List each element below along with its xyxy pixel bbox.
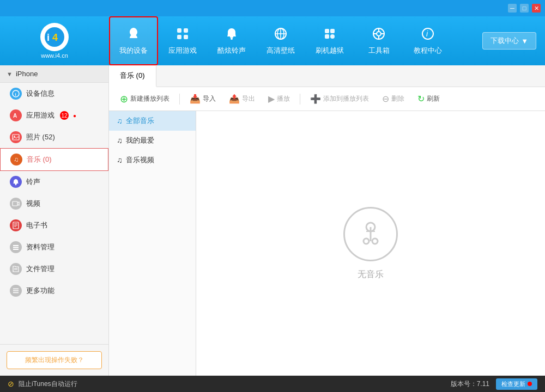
export-button[interactable]: 📤 导出 [225, 91, 259, 106]
troubleshoot-button[interactable]: 频繁出现操作失败？ [7, 351, 102, 369]
sidebar-label-videos: 视频 [26, 199, 40, 209]
nav-tab-my-device[interactable]: 我的设备 [109, 16, 158, 65]
sidebar-label-ebooks: 电子书 [26, 220, 47, 230]
sidebar-item-photos[interactable]: 照片 (52) [0, 126, 108, 148]
sidebar-item-device-info[interactable]: i 设备信息 [0, 83, 108, 105]
import-icon: 📥 [190, 94, 201, 104]
favorites-icon: ♫ [117, 136, 123, 145]
svg-text:i: i [15, 92, 16, 97]
sidebar-item-apps[interactable]: A 应用游戏 12 ● [0, 105, 108, 126]
content-tab-music[interactable]: 音乐 (0) [109, 66, 156, 87]
download-icon: ▼ [521, 37, 528, 45]
sidebar-label-ringtones: 铃声 [26, 177, 40, 187]
nav-tab-ringtone-label: 酷炫铃声 [217, 46, 246, 56]
sidebar-item-more[interactable]: 更多功能 [0, 280, 108, 302]
apps-badge-dot: ● [73, 113, 76, 119]
svg-rect-4 [184, 28, 188, 33]
main-area: ▼ iPhone i 设备信息 A 应用游戏 12 ● [0, 65, 545, 376]
more-icon [10, 285, 22, 297]
svg-rect-13 [325, 29, 329, 33]
ringtone-icon [224, 26, 239, 44]
toolbar-divider-1 [179, 94, 180, 105]
device-arrow: ▼ [7, 71, 13, 77]
stop-itunes-label: 阻止iTunes自动运行 [19, 379, 77, 389]
add-to-playlist-button[interactable]: ➕ 添加到播放列表 [306, 91, 373, 106]
svg-text:A: A [13, 113, 17, 119]
sidebar-label-device-info: 设备信息 [26, 89, 55, 99]
logo-area: i 4 www.i4.cn [0, 16, 109, 65]
music-empty-text: 无音乐 [358, 269, 384, 280]
check-update-label: 检查更新 [501, 380, 525, 388]
sidebar-item-ringtones[interactable]: 铃声 [0, 171, 108, 193]
sidebar-label-file-mgmt: 文件管理 [26, 264, 55, 274]
sidebar-label-music: 音乐 (0) [27, 155, 52, 164]
content-header: 音乐 (0) [109, 65, 545, 87]
logo-svg: i 4 [44, 27, 65, 47]
refresh-button[interactable]: ↻ 刷新 [413, 91, 444, 106]
svg-point-46 [364, 238, 369, 244]
sidebar-footer: 频繁出现操作失败？ [0, 344, 108, 376]
sidebar-item-videos[interactable]: 视频 [0, 193, 108, 215]
logo-url: www.i4.cn [41, 52, 68, 59]
sidebar-item-file-mgmt[interactable]: 文件管理 [0, 258, 108, 280]
svg-point-29 [14, 136, 15, 137]
tutorials-icon: i [420, 26, 435, 44]
import-label: 导入 [203, 94, 216, 103]
all-music-icon: ♫ [117, 117, 123, 125]
logo-icon: i 4 [40, 23, 69, 51]
playlist-favorites[interactable]: ♫ 我的最爱 [109, 131, 196, 150]
nav-tab-tools[interactable]: 工具箱 [354, 16, 403, 65]
delete-button[interactable]: ⊖ 删除 [378, 91, 409, 106]
music-content: ♫ 全部音乐 ♫ 我的最爱 ♫ 音乐视频 [109, 111, 545, 376]
sidebar-item-ebooks[interactable]: 电子书 [0, 215, 108, 236]
play-button[interactable]: ▶ 播放 [264, 91, 294, 106]
nav-tab-wallpaper[interactable]: 高清壁纸 [256, 16, 305, 65]
nav-tab-apps-label: 应用游戏 [168, 46, 197, 56]
nav-tab-tutorials[interactable]: i 教程中心 [403, 16, 452, 65]
new-playlist-icon: ⊕ [120, 93, 128, 105]
refresh-icon: ↻ [417, 94, 425, 104]
download-center-button[interactable]: 下载中心 ▼ [482, 32, 536, 50]
maximize-button[interactable]: □ [520, 4, 529, 13]
svg-rect-3 [177, 28, 181, 33]
svg-text:i: i [426, 29, 428, 38]
sidebar-device: ▼ iPhone [0, 65, 108, 83]
music-main: 无音乐 [196, 111, 545, 376]
music-empty-state: 无音乐 [343, 207, 398, 280]
import-button[interactable]: 📥 导入 [185, 91, 220, 106]
header-right: 下载中心 ▼ [474, 32, 545, 50]
sidebar-item-music[interactable]: ♫ 音乐 (0) [0, 148, 108, 171]
apps-badge: 12 [60, 111, 69, 120]
nav-tab-apps[interactable]: 应用游戏 [158, 16, 207, 65]
add-to-playlist-label: 添加到播放列表 [323, 94, 369, 103]
check-update-button[interactable]: 检查更新 [496, 378, 537, 390]
version-label: 版本号：7.11 [451, 379, 489, 389]
svg-rect-14 [330, 29, 335, 33]
music-icon: ♫ [10, 154, 22, 166]
my-device-icon [126, 26, 141, 44]
sidebar-label-more: 更多功能 [26, 286, 55, 296]
playlist-music-videos[interactable]: ♫ 音乐视频 [109, 150, 196, 170]
svg-point-16 [330, 34, 335, 39]
add-to-playlist-icon: ➕ [310, 94, 321, 104]
content-area: 音乐 (0) ⊕ 新建播放列表 📥 导入 📤 导出 ▶ 播放 [109, 65, 545, 376]
jailbreak-icon [322, 26, 337, 44]
new-playlist-button[interactable]: ⊕ 新建播放列表 [116, 91, 174, 107]
ebooks-icon [10, 219, 22, 231]
photos-icon [10, 131, 22, 143]
nav-tab-jailbreak-label: 刷机越狱 [316, 46, 344, 56]
nav-tabs: 我的设备 应用游戏 酷炫铃声 [109, 16, 474, 65]
play-icon: ▶ [268, 94, 275, 104]
music-empty-icon [343, 207, 398, 261]
minimize-button[interactable]: ─ [508, 4, 517, 13]
playlist-all-music[interactable]: ♫ 全部音乐 [109, 111, 196, 131]
download-label: 下载中心 [491, 36, 519, 46]
nav-tab-tools-label: 工具箱 [368, 46, 390, 56]
play-label: 播放 [277, 94, 290, 103]
svg-rect-7 [230, 36, 233, 38]
nav-tab-ringtone[interactable]: 酷炫铃声 [207, 16, 256, 65]
nav-tab-jailbreak[interactable]: 刷机越狱 [305, 16, 354, 65]
close-button[interactable]: ✕ [532, 4, 541, 13]
toolbar-divider-2 [300, 94, 300, 105]
sidebar-item-data-mgmt[interactable]: 资料管理 [0, 236, 108, 258]
